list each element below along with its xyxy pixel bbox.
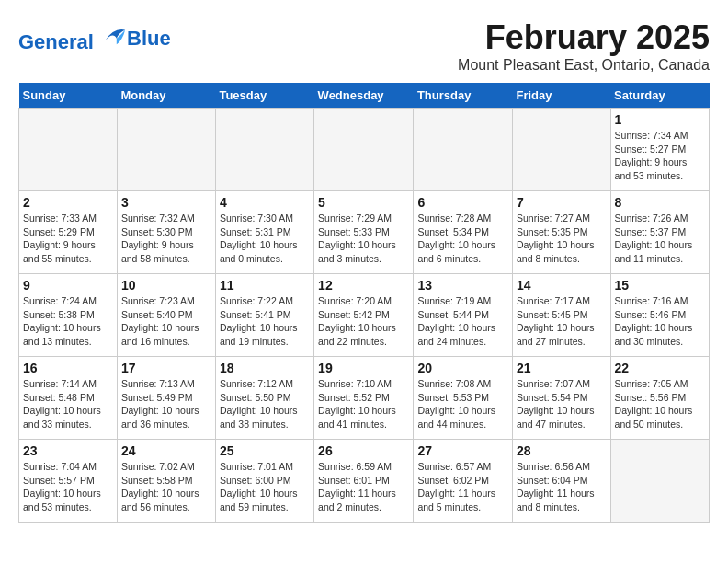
calendar-cell: 10Sunrise: 7:23 AM Sunset: 5:40 PM Dayli…	[117, 274, 215, 357]
day-info: Sunrise: 7:28 AM Sunset: 5:34 PM Dayligh…	[417, 212, 508, 266]
day-number: 12	[318, 278, 409, 293]
page-title: February 2025	[458, 18, 710, 57]
day-info: Sunrise: 7:29 AM Sunset: 5:33 PM Dayligh…	[318, 212, 409, 266]
calendar-cell: 12Sunrise: 7:20 AM Sunset: 5:42 PM Dayli…	[314, 274, 414, 357]
day-info: Sunrise: 7:08 AM Sunset: 5:53 PM Dayligh…	[417, 377, 508, 431]
col-saturday: Saturday	[610, 83, 709, 109]
day-number: 23	[23, 443, 113, 458]
calendar-cell	[117, 109, 215, 191]
day-info: Sunrise: 7:34 AM Sunset: 5:27 PM Dayligh…	[615, 129, 705, 183]
header: General Blue February 2025 Mount Pleasan…	[18, 18, 710, 74]
calendar-cell	[414, 109, 513, 191]
calendar-cell: 22Sunrise: 7:05 AM Sunset: 5:56 PM Dayli…	[610, 357, 709, 440]
day-number: 20	[417, 361, 508, 375]
day-number: 3	[121, 195, 211, 210]
day-number: 18	[220, 361, 310, 375]
col-sunday: Sunday	[19, 83, 118, 109]
week-row-2: 2Sunrise: 7:33 AM Sunset: 5:29 PM Daylig…	[19, 191, 710, 274]
day-number: 27	[417, 443, 508, 458]
day-info: Sunrise: 7:24 AM Sunset: 5:38 PM Dayligh…	[23, 294, 113, 349]
logo-line1: General	[18, 30, 94, 53]
day-number: 10	[121, 278, 211, 293]
day-info: Sunrise: 7:16 AM Sunset: 5:46 PM Dayligh…	[615, 294, 705, 349]
calendar-cell: 16Sunrise: 7:14 AM Sunset: 5:48 PM Dayli…	[19, 357, 118, 440]
calendar-cell: 27Sunrise: 6:57 AM Sunset: 6:02 PM Dayli…	[414, 440, 513, 523]
day-number: 19	[318, 361, 409, 375]
day-info: Sunrise: 7:13 AM Sunset: 5:49 PM Dayligh…	[121, 377, 211, 431]
day-info: Sunrise: 7:22 AM Sunset: 5:41 PM Dayligh…	[220, 294, 310, 349]
day-number: 22	[615, 361, 705, 375]
calendar-cell: 11Sunrise: 7:22 AM Sunset: 5:41 PM Dayli…	[215, 274, 313, 357]
calendar-cell	[314, 109, 414, 191]
calendar-header-row: Sunday Monday Tuesday Wednesday Thursday…	[19, 83, 710, 109]
calendar-cell: 2Sunrise: 7:33 AM Sunset: 5:29 PM Daylig…	[19, 191, 118, 274]
calendar-cell: 8Sunrise: 7:26 AM Sunset: 5:37 PM Daylig…	[610, 191, 709, 274]
day-info: Sunrise: 6:59 AM Sunset: 6:01 PM Dayligh…	[318, 460, 409, 514]
calendar-cell	[215, 109, 313, 191]
calendar-cell	[512, 109, 610, 191]
col-wednesday: Wednesday	[314, 83, 414, 109]
calendar-cell: 13Sunrise: 7:19 AM Sunset: 5:44 PM Dayli…	[414, 274, 513, 357]
day-info: Sunrise: 7:10 AM Sunset: 5:52 PM Dayligh…	[318, 377, 409, 431]
logo-text: General	[18, 23, 127, 53]
title-area: February 2025 Mount Pleasant East, Ontar…	[458, 18, 710, 74]
calendar-cell: 28Sunrise: 6:56 AM Sunset: 6:04 PM Dayli…	[512, 440, 610, 523]
calendar-cell: 4Sunrise: 7:30 AM Sunset: 5:31 PM Daylig…	[215, 191, 313, 274]
calendar-cell: 26Sunrise: 6:59 AM Sunset: 6:01 PM Dayli…	[314, 440, 414, 523]
day-info: Sunrise: 7:30 AM Sunset: 5:31 PM Dayligh…	[220, 212, 310, 266]
calendar-cell: 7Sunrise: 7:27 AM Sunset: 5:35 PM Daylig…	[512, 191, 610, 274]
day-info: Sunrise: 7:33 AM Sunset: 5:29 PM Dayligh…	[23, 212, 113, 266]
day-number: 15	[615, 278, 705, 293]
calendar-cell	[610, 440, 709, 523]
day-number: 13	[417, 278, 508, 293]
calendar-table: Sunday Monday Tuesday Wednesday Thursday…	[18, 83, 710, 523]
day-info: Sunrise: 6:56 AM Sunset: 6:04 PM Dayligh…	[517, 460, 607, 514]
logo-line2: Blue	[127, 28, 171, 50]
day-number: 17	[121, 361, 211, 375]
calendar-cell: 17Sunrise: 7:13 AM Sunset: 5:49 PM Dayli…	[117, 357, 215, 440]
day-info: Sunrise: 7:27 AM Sunset: 5:35 PM Dayligh…	[517, 212, 607, 266]
calendar-cell: 14Sunrise: 7:17 AM Sunset: 5:45 PM Dayli…	[512, 274, 610, 357]
calendar-cell: 9Sunrise: 7:24 AM Sunset: 5:38 PM Daylig…	[19, 274, 118, 357]
calendar-cell: 20Sunrise: 7:08 AM Sunset: 5:53 PM Dayli…	[414, 357, 513, 440]
page-subtitle: Mount Pleasant East, Ontario, Canada	[458, 57, 710, 74]
col-friday: Friday	[512, 83, 610, 109]
day-number: 4	[220, 195, 310, 210]
calendar-cell: 24Sunrise: 7:02 AM Sunset: 5:58 PM Dayli…	[117, 440, 215, 523]
day-number: 26	[318, 443, 409, 458]
day-info: Sunrise: 6:57 AM Sunset: 6:02 PM Dayligh…	[417, 460, 508, 514]
calendar-cell	[19, 109, 118, 191]
col-tuesday: Tuesday	[215, 83, 313, 109]
day-number: 1	[615, 112, 705, 127]
day-number: 8	[615, 195, 705, 210]
week-row-5: 23Sunrise: 7:04 AM Sunset: 5:57 PM Dayli…	[19, 440, 710, 523]
day-info: Sunrise: 7:17 AM Sunset: 5:45 PM Dayligh…	[517, 294, 607, 349]
day-number: 6	[417, 195, 508, 210]
day-info: Sunrise: 7:19 AM Sunset: 5:44 PM Dayligh…	[417, 294, 508, 349]
calendar-cell: 5Sunrise: 7:29 AM Sunset: 5:33 PM Daylig…	[314, 191, 414, 274]
day-number: 24	[121, 443, 211, 458]
week-row-1: 1Sunrise: 7:34 AM Sunset: 5:27 PM Daylig…	[19, 109, 710, 191]
day-info: Sunrise: 7:23 AM Sunset: 5:40 PM Dayligh…	[121, 294, 211, 349]
day-info: Sunrise: 7:32 AM Sunset: 5:30 PM Dayligh…	[121, 212, 211, 266]
day-number: 25	[220, 443, 310, 458]
day-info: Sunrise: 7:20 AM Sunset: 5:42 PM Dayligh…	[318, 294, 409, 349]
day-info: Sunrise: 7:26 AM Sunset: 5:37 PM Dayligh…	[615, 212, 705, 266]
calendar-cell: 1Sunrise: 7:34 AM Sunset: 5:27 PM Daylig…	[610, 109, 709, 191]
day-number: 28	[517, 443, 607, 458]
day-number: 14	[517, 278, 607, 293]
day-number: 9	[23, 278, 113, 293]
col-monday: Monday	[117, 83, 215, 109]
calendar-cell: 25Sunrise: 7:01 AM Sunset: 6:00 PM Dayli…	[215, 440, 313, 523]
day-info: Sunrise: 7:02 AM Sunset: 5:58 PM Dayligh…	[121, 460, 211, 514]
day-number: 21	[517, 361, 607, 375]
day-number: 11	[220, 278, 310, 293]
day-info: Sunrise: 7:14 AM Sunset: 5:48 PM Dayligh…	[23, 377, 113, 431]
calendar-cell: 18Sunrise: 7:12 AM Sunset: 5:50 PM Dayli…	[215, 357, 313, 440]
logo: General Blue	[18, 23, 171, 53]
calendar-cell: 23Sunrise: 7:04 AM Sunset: 5:57 PM Dayli…	[19, 440, 118, 523]
week-row-4: 16Sunrise: 7:14 AM Sunset: 5:48 PM Dayli…	[19, 357, 710, 440]
day-number: 7	[517, 195, 607, 210]
day-info: Sunrise: 7:01 AM Sunset: 6:00 PM Dayligh…	[220, 460, 310, 514]
logo-bird-icon	[101, 23, 127, 49]
